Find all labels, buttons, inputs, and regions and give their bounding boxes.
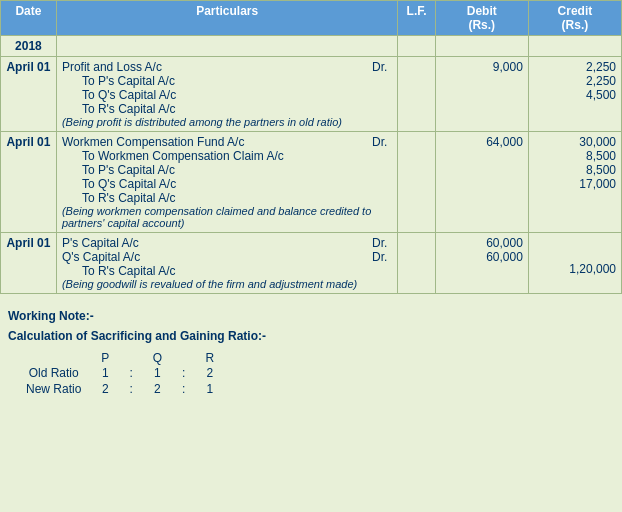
date-cell: April 01 — [1, 57, 57, 132]
new-r: 1 — [193, 381, 226, 397]
debit-value: 9,000 — [435, 57, 528, 132]
sub-entry: To R's Capital A/c — [62, 264, 393, 278]
credit-values: 30,000 8,500 8,500 17,000 — [528, 132, 621, 233]
old-r: 2 — [193, 365, 226, 381]
old-ratio-row: Old Ratio 1 : 1 : 2 — [18, 365, 226, 381]
date-header: Date — [1, 1, 57, 36]
sub-entry: To R's Capital A/c — [62, 191, 393, 205]
account-name: P's Capital A/c — [62, 236, 139, 250]
old-q: 1 — [141, 365, 174, 381]
account-name: Workmen Compensation Fund A/c — [62, 135, 245, 149]
dr-label: Dr. — [372, 135, 387, 149]
credit-header: Credit(Rs.) — [528, 1, 621, 36]
date-cell: April 01 — [1, 132, 57, 233]
journal-table: Date Particulars L.F. Debit(Rs.) Credit(… — [0, 0, 622, 294]
calc-title: Calculation of Sacrificing and Gaining R… — [8, 329, 614, 343]
entry-note: (Being profit is distributed among the p… — [62, 116, 393, 128]
table-row: 2018 — [1, 36, 622, 57]
lf-header: L.F. — [398, 1, 435, 36]
new-ratio-row: New Ratio 2 : 2 : 1 — [18, 381, 226, 397]
sub-entry: To P's Capital A/c — [62, 163, 393, 177]
entry-note: (Being workmen compensation claimed and … — [62, 205, 393, 229]
sub-entry: To P's Capital A/c — [62, 74, 393, 88]
account-name: Profit and Loss A/c — [62, 60, 162, 74]
credit-values: 1,20,000 — [528, 233, 621, 294]
new-q: 2 — [141, 381, 174, 397]
particulars-cell: P's Capital A/cDr. Q's Capital A/cDr. To… — [56, 233, 398, 294]
account-name: Q's Capital A/c — [62, 250, 140, 264]
year-cell: 2018 — [1, 36, 57, 57]
old-ratio-label: Old Ratio — [18, 365, 89, 381]
dr-label: Dr. — [372, 236, 387, 250]
date-cell: April 01 — [1, 233, 57, 294]
dr-label: Dr. — [372, 250, 387, 264]
empty-cell — [56, 36, 398, 57]
debit-value: 64,000 — [435, 132, 528, 233]
r-label: R — [193, 351, 226, 365]
old-p: 1 — [89, 365, 121, 381]
working-note-title: Working Note:- — [8, 309, 614, 323]
new-ratio-label: New Ratio — [18, 381, 89, 397]
dr-label: Dr. — [372, 60, 387, 74]
table-row: April 01 Workmen Compensation Fund A/cDr… — [1, 132, 622, 233]
table-row: April 01 P's Capital A/cDr. Q's Capital … — [1, 233, 622, 294]
debit-header: Debit(Rs.) — [435, 1, 528, 36]
sub-entry: To Q's Capital A/c — [62, 88, 393, 102]
debit-values: 60,000 60,000 — [435, 233, 528, 294]
credit-values: 2,250 2,250 4,500 — [528, 57, 621, 132]
table-row: April 01 Profit and Loss A/cDr. To P's C… — [1, 57, 622, 132]
sub-entry: To Workmen Compensation Claim A/c — [62, 149, 393, 163]
sub-entry: To R's Capital A/c — [62, 102, 393, 116]
p-label: P — [89, 351, 121, 365]
q-label: Q — [141, 351, 174, 365]
working-note-section: Working Note:- Calculation of Sacrificin… — [0, 304, 622, 402]
particulars-cell: Workmen Compensation Fund A/cDr. To Work… — [56, 132, 398, 233]
sub-entry: To Q's Capital A/c — [62, 177, 393, 191]
new-p: 2 — [89, 381, 121, 397]
particulars-cell: Profit and Loss A/cDr. To P's Capital A/… — [56, 57, 398, 132]
particulars-header: Particulars — [56, 1, 398, 36]
ratio-table: P Q R Old Ratio 1 : 1 : 2 New Ratio 2 : … — [18, 351, 226, 397]
entry-note: (Being goodwill is revalued of the firm … — [62, 278, 393, 290]
